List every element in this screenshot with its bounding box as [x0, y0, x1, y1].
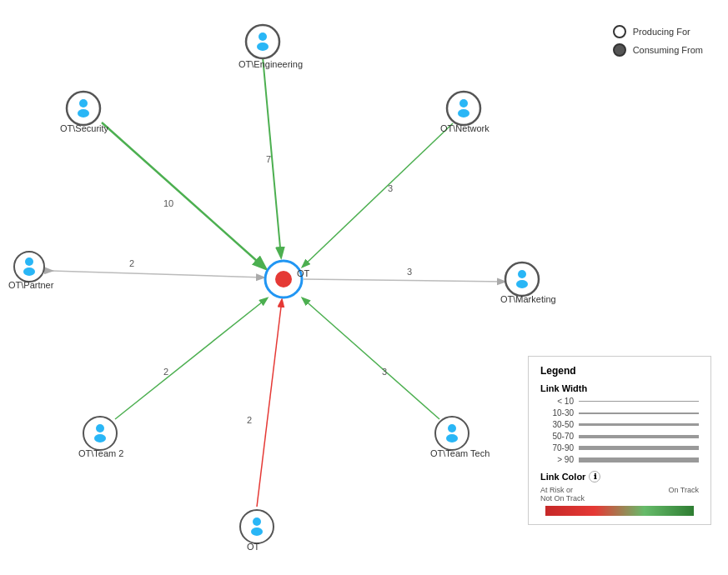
node-team2-head [96, 424, 104, 432]
node-network-circle[interactable] [447, 92, 480, 125]
color-bar-sublabels: At Risk orNot On Track On Track [540, 486, 699, 502]
edge-team2-center [115, 298, 267, 419]
lw-row-3: 30-50 [540, 420, 699, 429]
node-partner-circle[interactable] [14, 252, 44, 282]
center-node-inner [275, 271, 292, 288]
edge-bottom-center [257, 300, 282, 507]
edge-label-engineering: 7 [266, 154, 271, 164]
edge-marketing-center [304, 279, 505, 282]
node-marketing-head [518, 270, 526, 278]
link-color-title: Link Color ℹ [540, 471, 699, 482]
lw-line-5 [579, 446, 699, 450]
node-ot-bottom-body [251, 528, 263, 536]
edge-security-center [102, 122, 265, 268]
node-team2-body [94, 434, 106, 442]
node-marketing-body [516, 280, 528, 288]
node-teamtech-head [448, 424, 456, 432]
at-risk-label: At Risk orNot On Track [540, 486, 585, 502]
edge-teamtech-center [303, 298, 439, 419]
node-network-head [459, 99, 468, 108]
node-marketing-label: OT\Marketing [500, 294, 556, 304]
on-track-label: On Track [668, 486, 699, 502]
node-ot-bottom-label: OT [247, 542, 260, 552]
node-security-head [79, 99, 88, 108]
node-engineering-circle[interactable] [246, 25, 279, 58]
node-marketing-circle[interactable] [505, 262, 539, 296]
node-engineering-body [257, 42, 269, 51]
edge-label-teamtech: 3 [382, 367, 387, 377]
lw-line-4 [579, 435, 699, 438]
node-teamtech-body [446, 434, 458, 442]
node-team2-circle[interactable] [83, 417, 117, 450]
legend-box: Legend Link Width < 10 10-30 30-50 50-70… [528, 356, 711, 525]
lw-row-6: > 90 [540, 455, 699, 464]
lw-row-2: 10-30 [540, 408, 699, 418]
lw-line-6 [579, 458, 699, 462]
node-ot-bottom-head [253, 518, 261, 526]
legend-title: Legend [540, 365, 699, 377]
edge-network-center [303, 123, 453, 267]
edge-label-bottom: 2 [247, 415, 252, 425]
node-partner-head [25, 258, 33, 266]
lw-row-5: 70-90 [540, 443, 699, 452]
node-network-label: OT\Network [440, 123, 490, 133]
node-teamtech-circle[interactable] [435, 417, 469, 450]
node-engineering-label: OT\Engineering [238, 59, 303, 69]
edge-label-team2: 2 [163, 367, 168, 377]
edge-label-security: 10 [163, 198, 173, 208]
color-bar-row [540, 506, 699, 516]
lw-line-1 [579, 401, 699, 402]
color-bar [545, 506, 694, 516]
edge-label-network: 3 [388, 183, 393, 193]
node-ot-bottom-circle[interactable] [240, 510, 274, 543]
node-security-label: OT\Security [60, 123, 109, 133]
node-network-body [458, 109, 469, 118]
node-team2-label: OT\Team 2 [78, 448, 123, 458]
lw-line-3 [579, 423, 699, 426]
link-width-title: Link Width [540, 383, 699, 393]
edge-partner-center [52, 271, 264, 278]
center-node-label: OT [297, 268, 310, 278]
lw-line-2 [579, 412, 699, 414]
edge-label-partner: 2 [129, 258, 134, 268]
lw-row-1: < 10 [540, 397, 699, 406]
lw-row-4: 50-70 [540, 432, 699, 441]
node-teamtech-label: OT\Team Tech [430, 448, 490, 458]
node-security-body [78, 109, 89, 118]
node-security-circle[interactable] [67, 92, 100, 125]
link-color-info-icon[interactable]: ℹ [589, 471, 600, 482]
node-partner-label: OT\Partner [8, 280, 54, 290]
node-partner-body [23, 268, 35, 276]
edge-label-marketing: 3 [407, 267, 412, 277]
node-engineering-head [259, 32, 267, 41]
